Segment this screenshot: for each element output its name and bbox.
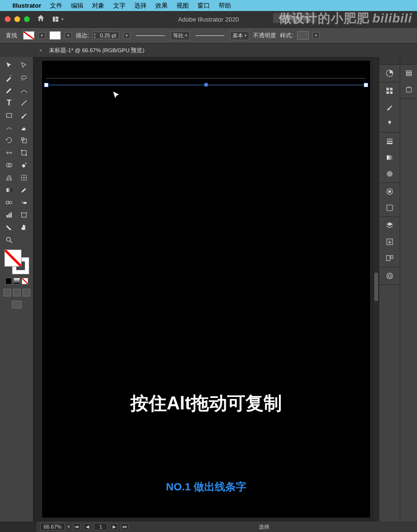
live-paint-tool[interactable] [18, 159, 31, 170]
blend-tool[interactable] [3, 197, 16, 208]
graphic-style-dropdown[interactable] [313, 32, 320, 39]
color-mode-solid[interactable] [5, 278, 12, 284]
eraser-tool[interactable] [18, 122, 31, 133]
menu-help[interactable]: 帮助 [219, 1, 231, 10]
fill-box[interactable] [4, 249, 22, 267]
graphic-styles-panel-icon[interactable] [383, 202, 396, 214]
document-tab[interactable]: 未标题-1* @ 66.67% (RGB/GPU 预览) [45, 45, 148, 56]
svg-rect-35 [386, 91, 389, 94]
magic-wand-tool[interactable] [3, 72, 16, 83]
stroke-swatch[interactable] [49, 31, 61, 40]
menu-type[interactable]: 文字 [113, 1, 126, 10]
menu-edit[interactable]: 编辑 [71, 1, 83, 10]
libraries-panel-icon[interactable] [383, 270, 396, 282]
home-icon[interactable] [36, 14, 45, 24]
menu-object[interactable]: 对象 [92, 1, 104, 10]
pen-tool[interactable] [3, 85, 16, 96]
gradient-panel-icon[interactable] [383, 152, 396, 163]
type-tool[interactable]: T [3, 97, 16, 108]
transparency-panel-icon[interactable] [383, 168, 396, 180]
stroke-weight-stepper[interactable]: ▴▾ [93, 32, 119, 39]
stroke-dropdown[interactable] [65, 32, 72, 39]
gradient-tool[interactable] [3, 184, 16, 195]
close-tab-button[interactable]: × [39, 47, 42, 53]
brushes-panel-icon[interactable] [383, 102, 396, 113]
brush-dropdown[interactable]: 基本 [230, 31, 249, 40]
arrange-documents-icon[interactable]: ▾ [52, 16, 64, 23]
profile-dropdown[interactable]: 等比 [171, 31, 190, 40]
appearance-panel-icon[interactable] [383, 186, 396, 197]
lasso-tool[interactable] [18, 72, 31, 83]
tool-placeholder[interactable] [18, 234, 31, 245]
artboard[interactable]: 按住Alt拖动可复制 NO.1 做出线条字 [42, 61, 370, 518]
right-dock [379, 57, 417, 521]
selection-midpoint-handle[interactable] [204, 83, 208, 87]
color-mode-gradient[interactable] [13, 278, 20, 284]
menu-file[interactable]: 文件 [50, 1, 62, 10]
vertical-scrollbar[interactable] [374, 57, 379, 521]
line-segment-tool[interactable] [18, 97, 31, 108]
selection-tool[interactable] [3, 60, 16, 71]
symbols-panel-icon[interactable] [383, 118, 396, 129]
properties-panel-icon[interactable] [402, 68, 416, 79]
screen-mode-button[interactable] [12, 301, 22, 308]
draw-normal-icon[interactable] [3, 289, 11, 296]
stroke-panel-icon[interactable] [383, 136, 396, 147]
artboard-tool[interactable] [18, 209, 31, 220]
scrollbar-thumb[interactable] [374, 272, 378, 301]
first-artboard-button[interactable]: ⏮ [73, 523, 81, 530]
direct-selection-tool[interactable] [18, 60, 31, 71]
artboards-panel-icon[interactable] [383, 252, 396, 264]
artboard-number[interactable]: 1 [94, 523, 107, 531]
prev-artboard-button[interactable]: ◀ [83, 523, 91, 530]
menu-view[interactable]: 视图 [176, 1, 189, 10]
asset-export-panel-icon[interactable] [383, 236, 396, 248]
scale-tool[interactable] [18, 135, 31, 146]
canvas-viewport[interactable]: 按住Alt拖动可复制 NO.1 做出线条字 [35, 57, 377, 521]
zoom-level[interactable]: 66.67% [40, 523, 65, 531]
column-graph-tool[interactable] [3, 209, 16, 220]
selected-line-object[interactable] [46, 85, 366, 85]
free-transform-tool[interactable] [18, 147, 31, 158]
menu-effect[interactable]: 效果 [155, 1, 168, 10]
color-mode-none[interactable] [22, 278, 28, 284]
libraries-cc-icon[interactable] [402, 84, 416, 95]
curvature-tool[interactable] [18, 85, 31, 96]
rectangle-tool[interactable] [3, 110, 16, 121]
shape-builder-tool[interactable] [3, 159, 16, 170]
workspace-switcher[interactable]: 传统基本功能 [273, 13, 316, 23]
app-menu[interactable]: Illustrator [12, 2, 41, 9]
symbol-sprayer-tool[interactable] [18, 197, 31, 208]
panel-collapse-handle[interactable] [379, 57, 400, 65]
paintbrush-tool[interactable] [18, 110, 31, 121]
fill-swatch[interactable] [23, 31, 35, 40]
hand-tool[interactable] [18, 222, 31, 233]
shaper-tool[interactable] [3, 122, 16, 133]
mesh-tool[interactable] [18, 172, 31, 183]
color-panel-icon[interactable] [383, 68, 396, 79]
stroke-weight-dropdown[interactable] [123, 32, 130, 39]
minimize-window-button[interactable] [14, 16, 20, 22]
fullscreen-window-button[interactable] [24, 16, 30, 22]
slice-tool[interactable] [3, 222, 16, 233]
perspective-grid-tool[interactable] [3, 172, 16, 183]
eyedropper-tool[interactable] [18, 184, 31, 195]
last-artboard-button[interactable]: ⏭ [121, 523, 128, 530]
next-artboard-button[interactable]: ▶ [110, 523, 118, 530]
zoom-tool[interactable] [3, 234, 16, 245]
width-tool[interactable] [3, 147, 16, 158]
close-window-button[interactable] [5, 16, 11, 22]
draw-behind-icon[interactable] [13, 289, 21, 296]
rotate-tool[interactable] [3, 135, 16, 146]
panel-collapse-handle-2[interactable] [400, 57, 417, 65]
graphic-style-swatch[interactable] [297, 31, 309, 40]
menu-select[interactable]: 选择 [134, 1, 147, 10]
stroke-weight-input[interactable] [97, 33, 119, 38]
draw-inside-icon[interactable] [23, 289, 30, 296]
swatches-panel-icon[interactable] [383, 85, 396, 97]
layers-panel-icon[interactable] [383, 220, 396, 231]
profile-sample-icon [136, 35, 165, 36]
fill-dropdown[interactable] [38, 32, 46, 39]
menu-window[interactable]: 窗口 [197, 1, 210, 10]
fill-stroke-indicator[interactable] [4, 249, 29, 274]
